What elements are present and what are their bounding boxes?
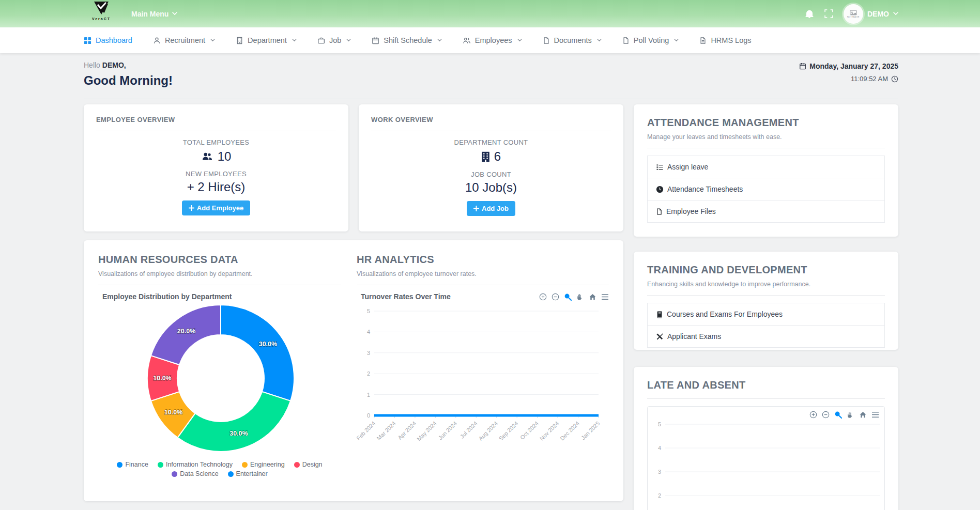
legend-dot: [228, 471, 234, 477]
svg-text:30.0%: 30.0%: [229, 430, 248, 437]
panning-hand-icon[interactable]: [847, 411, 854, 419]
department-count-label: DEPARTMENT COUNT: [371, 138, 611, 146]
attendance-subtitle: Manage your leaves and timesheets with e…: [647, 133, 885, 141]
clock-solid-icon: [656, 186, 664, 193]
nav-item-hrms-logs[interactable]: HRMS Logs: [699, 36, 751, 44]
training-subtitle: Enhancing skills and knowledge to improv…: [647, 281, 885, 288]
assign-leave-item[interactable]: Assign leave: [647, 156, 885, 178]
calendar-icon: [799, 63, 806, 70]
hr-data-column: HUMAN RESOURCES DATA Visualizations of e…: [98, 254, 341, 477]
svg-text:Dec 2024: Dec 2024: [559, 420, 580, 442]
nav-item-dashboard[interactable]: Dashboard: [84, 36, 132, 44]
svg-text:5: 5: [367, 308, 370, 314]
nav-item-documents[interactable]: Documents: [543, 36, 602, 44]
person-icon: [153, 37, 161, 44]
legend-item[interactable]: Information Technology: [158, 461, 233, 468]
tools-icon: [656, 333, 664, 341]
new-employees-value: + 2 Hire(s): [187, 180, 246, 194]
hr-analytics-title: HR ANALYTICS: [357, 254, 609, 266]
training-development-card: TRAINING AND DEVELOPMENT Enhancing skill…: [634, 252, 898, 350]
nav-item-job[interactable]: Job: [317, 36, 351, 44]
building-icon: [236, 37, 243, 44]
chevron-down-icon: [346, 39, 351, 42]
legend-label: Finance: [125, 461, 148, 468]
legend-item[interactable]: Finance: [117, 461, 148, 468]
svg-text:20.0%: 20.0%: [177, 328, 195, 335]
selection-zoom-icon[interactable]: [834, 411, 842, 419]
zoom-in-icon[interactable]: [809, 411, 817, 419]
chevron-down-icon: [674, 39, 679, 42]
nav-item-shift-schedule[interactable]: Shift Schedule: [372, 36, 442, 44]
legend-item[interactable]: Design: [294, 461, 323, 468]
nav-item-poll-voting[interactable]: Poll Voting: [622, 36, 679, 44]
current-date: Monday, January 27, 2025: [799, 62, 898, 70]
add-job-button[interactable]: Add Job: [467, 201, 515, 216]
total-employees-value: 10: [218, 149, 232, 164]
nav-label: Poll Voting: [634, 36, 669, 44]
chevron-down-icon: [172, 12, 177, 16]
user-name: DEMO: [867, 10, 889, 18]
user-menu[interactable]: NO IMAGE DEMO: [844, 4, 898, 24]
selection-zoom-icon[interactable]: [564, 293, 572, 301]
zoom-out-icon[interactable]: [822, 411, 830, 419]
applicant-exams-item[interactable]: Applicant Exams: [647, 326, 885, 348]
svg-text:Mar 2024: Mar 2024: [376, 420, 397, 441]
svg-text:Jan 2025: Jan 2025: [580, 420, 601, 441]
menu-icon[interactable]: [871, 411, 879, 418]
dashboard-grid-icon: [84, 37, 91, 44]
legend-dot: [242, 462, 248, 468]
nav-label: HRMS Logs: [711, 36, 751, 44]
turnover-line-chart: 012345Feb 2024Mar 2024Apr 2024May 2024Ju…: [357, 301, 605, 456]
fullscreen-icon[interactable]: [824, 9, 833, 18]
nav-label: Shift Schedule: [384, 36, 432, 44]
employee-files-item[interactable]: Employee Files: [647, 200, 885, 223]
list-check-icon: [656, 163, 664, 171]
nav-label: Employees: [475, 36, 512, 44]
employee-overview-card: EMPLOYEE OVERVIEW TOTAL EMPLOYEES 10 NEW…: [84, 104, 348, 231]
attendance-timesheets-item[interactable]: Attendance Timesheets: [647, 178, 885, 200]
chart-toolbar: [809, 411, 879, 419]
hr-analytics-column: HR ANALYTICS Visualizations of employee …: [357, 254, 609, 458]
datetime-block: Monday, January 27, 2025 11:09:52 AM: [799, 62, 898, 83]
top-header: VeraCT Main Menu NO IMAGE DEMO: [0, 0, 980, 27]
chevron-down-icon: [437, 39, 442, 42]
menu-icon[interactable]: [601, 293, 609, 300]
nav-item-employees[interactable]: Employees: [463, 36, 522, 44]
nav-label: Job: [329, 36, 341, 44]
legend-label: Data Science: [180, 470, 218, 477]
legend-item[interactable]: Entertainer: [228, 470, 268, 477]
courses-exams-item[interactable]: Courses and Exams For Employees: [647, 303, 885, 326]
attendance-management-card: ATTENDANCE MANAGEMENT Manage your leaves…: [634, 104, 898, 237]
late-absent-chart: 54321: [648, 411, 884, 510]
main-menu-button[interactable]: Main Menu: [131, 0, 177, 27]
zoom-out-icon[interactable]: [552, 293, 559, 301]
svg-text:Nov 2024: Nov 2024: [539, 420, 560, 442]
hr-data-analytics-card: HUMAN RESOURCES DATA Visualizations of e…: [84, 240, 623, 501]
chevron-down-icon: [893, 12, 898, 16]
logo-mark-icon: [93, 1, 110, 17]
training-title: TRAINING AND DEVELOPMENT: [647, 264, 885, 276]
app-logo[interactable]: VeraCT: [87, 1, 116, 21]
calendar-icon: [372, 37, 379, 44]
notifications-bell-icon[interactable]: [805, 9, 814, 19]
work-overview-card: WORK OVERVIEW DEPARTMENT COUNT 6 JOB COU…: [359, 104, 623, 231]
svg-text:Sep 2024: Sep 2024: [498, 420, 519, 442]
assign-leave-label: Assign leave: [667, 163, 708, 171]
nav-item-department[interactable]: Department: [236, 36, 297, 44]
svg-text:Feb 2024: Feb 2024: [357, 420, 376, 441]
legend-item[interactable]: Engineering: [242, 461, 285, 468]
avatar-placeholder-text: NO IMAGE: [847, 16, 860, 18]
zoom-in-icon[interactable]: [539, 293, 547, 301]
reset-home-icon[interactable]: [859, 411, 867, 419]
add-employee-button[interactable]: Add Employee: [182, 200, 250, 215]
chevron-down-icon: [210, 39, 215, 42]
nav-item-recruitment[interactable]: Recruitment: [153, 36, 215, 44]
legend-item[interactable]: Data Science: [172, 470, 218, 477]
svg-text:3: 3: [658, 469, 661, 475]
panning-hand-icon[interactable]: [576, 293, 584, 301]
reset-home-icon[interactable]: [589, 293, 596, 301]
total-employees-label: TOTAL EMPLOYEES: [96, 138, 336, 146]
greeting-hello: Hello DEMO,: [84, 61, 173, 69]
svg-text:4: 4: [658, 445, 661, 451]
svg-text:3: 3: [367, 350, 370, 356]
